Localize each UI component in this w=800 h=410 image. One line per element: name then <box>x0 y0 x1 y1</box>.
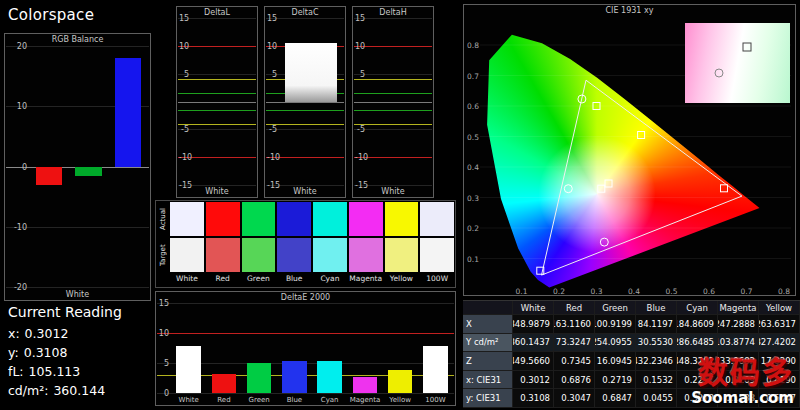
swatch-target-100w <box>420 238 454 272</box>
y-tick-label: 20 <box>7 42 27 51</box>
current-reading-title: Current Reading <box>8 304 122 320</box>
swatch-column-label: Red <box>205 274 241 283</box>
x-tick-label: 0.1 <box>516 287 528 295</box>
measured-circle-marker <box>564 185 572 193</box>
y-tick-label: -5 <box>355 125 365 134</box>
y-tick-label: 0.7 <box>467 72 479 81</box>
category-label: Red <box>206 396 241 404</box>
table-value-cell: 0.7345 <box>554 352 595 371</box>
table-value-cell: 449.5660 <box>513 352 554 371</box>
target-square-marker <box>598 185 605 192</box>
table-value-cell: 254.0955 <box>595 334 636 353</box>
y-tick-label: 10 <box>267 41 277 50</box>
category-label: Blue <box>277 396 312 404</box>
swatch-target-magenta <box>349 238 383 272</box>
x-tick-label: 0.3 <box>591 287 603 295</box>
table-value-cell: 0.6847 <box>595 389 636 408</box>
grid-line <box>157 303 454 304</box>
white-zoom-inset <box>685 23 790 103</box>
swatch-row-label-target: Target <box>157 238 168 272</box>
swatch-row-label-actual: Actual <box>157 202 168 236</box>
swatch-column-label: Magenta <box>348 274 384 283</box>
target-square-marker <box>721 185 728 192</box>
x-axis-label: White <box>353 187 433 196</box>
table-header-cell <box>463 301 513 315</box>
y-tick-label: 10 <box>355 41 365 50</box>
bar-white <box>176 346 201 393</box>
gamut-triangle <box>542 80 742 275</box>
target-square-marker <box>605 180 612 187</box>
table-value-cell: 0.1538 <box>718 389 759 408</box>
table-value-cell: 0.5047 <box>759 389 800 408</box>
table-header-cell: Red <box>554 301 595 315</box>
bar-blue <box>282 361 307 393</box>
current-reading-items: x:0.3012y:0.3108fL:105.113cd/m²:360.144 <box>8 324 122 400</box>
grid-line <box>6 287 149 288</box>
y-tick-label: -5 <box>267 125 277 134</box>
table-value-cell: 16.0945 <box>595 352 636 371</box>
y-tick-label: 5 <box>355 69 365 78</box>
swatch-target-yellow <box>385 238 419 272</box>
table-value-cell: 360.1437 <box>513 334 554 353</box>
table-row-label: y: CIE31 <box>463 389 513 408</box>
table-value-cell: 0.3012 <box>513 371 554 390</box>
table-value-cell: 432.2346 <box>636 352 677 371</box>
x-axis-label: White <box>5 290 150 299</box>
x-tick-label: 0.8 <box>778 287 790 295</box>
swatch-actual-magenta <box>349 202 383 236</box>
table-value-cell: 0.3278 <box>677 389 718 408</box>
threshold-line <box>178 79 256 80</box>
delta-h-chart: DeltaH15105-5-10-15White <box>352 6 434 198</box>
swatch-target-cyan <box>313 238 347 272</box>
y-tick-label: 0.6 <box>467 102 479 111</box>
grid-line <box>354 129 432 130</box>
bar-100w <box>423 346 448 393</box>
table-value-cell: 0.4190 <box>759 371 800 390</box>
swatch-column-label: Green <box>241 274 277 283</box>
reading-value: 0.3108 <box>24 345 68 360</box>
table-row-label: x: CIE31 <box>463 371 513 390</box>
y-tick-label: 0.2 <box>467 224 479 233</box>
swatch-target-red <box>206 238 240 272</box>
threshold-line <box>178 124 256 125</box>
reading-value: 105.113 <box>29 364 81 379</box>
threshold-line <box>266 124 344 125</box>
bar-cyan <box>317 361 342 393</box>
table-header-cell: Cyan <box>677 301 718 315</box>
swatch-column-label: Blue <box>276 274 312 283</box>
reading-item: cd/m²:360.144 <box>8 381 122 400</box>
rgb-balance-chart: RGB Balance20100-10-20White <box>4 33 151 301</box>
bar-yellow <box>388 370 413 393</box>
colorspace-app: { "app": { "title": "Colorspace" }, "cha… <box>0 0 800 410</box>
category-label: 100W <box>418 396 453 404</box>
bar-white <box>285 43 338 102</box>
swatch-actual-white <box>170 202 204 236</box>
grid-line <box>178 74 256 75</box>
swatch-column-label: Cyan <box>312 274 348 283</box>
y-tick-label: 5 <box>158 359 169 368</box>
bar-blue <box>115 58 141 167</box>
table-row-label: Y cd/m² <box>463 334 513 353</box>
y-tick-label: 5 <box>267 69 277 78</box>
x-tick-label: 0.4 <box>628 287 640 295</box>
table-value-cell: 84.1197 <box>636 315 677 334</box>
threshold-line <box>178 93 256 94</box>
y-tick-label: 0.5 <box>467 133 479 142</box>
table-row-label: X <box>463 315 513 334</box>
y-tick-label: 0 <box>7 162 27 171</box>
threshold-line <box>354 110 432 111</box>
swatch-actual-yellow <box>385 202 419 236</box>
x-tick-label: 0.6 <box>703 287 715 295</box>
reading-label: fL: <box>8 364 24 379</box>
x-axis-label: White <box>177 187 257 196</box>
y-tick-label: 10 <box>179 41 189 50</box>
reading-label: cd/m²: <box>8 383 48 398</box>
y-tick-label: -10 <box>179 153 189 162</box>
y-tick-label: 0 <box>158 389 169 398</box>
category-label: Yellow <box>383 396 418 404</box>
swatch-column-label: Yellow <box>384 274 420 283</box>
table-header-cell: Yellow <box>759 301 800 315</box>
grid-line <box>266 18 344 19</box>
y-tick-label: 15 <box>179 14 189 23</box>
threshold-line <box>354 124 432 125</box>
